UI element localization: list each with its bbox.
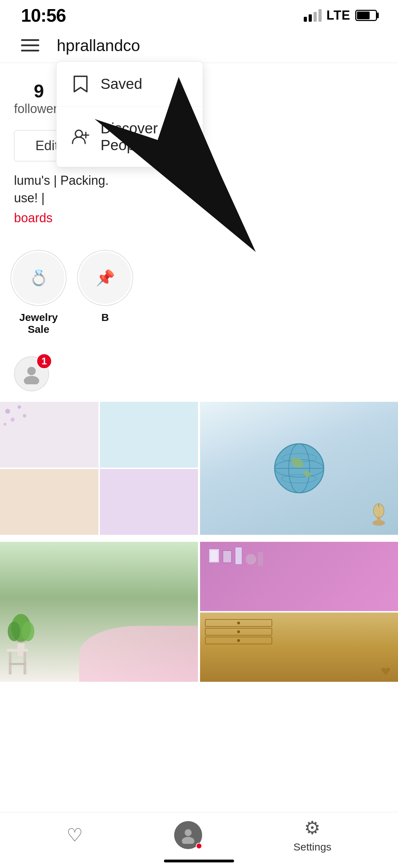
stories-row: 💍 Jewelry Sale 📌 B [0,236,398,349]
story-board2[interactable]: 📌 B [77,250,133,335]
svg-point-0 [75,130,82,137]
story-ring-board2: 📌 [77,250,133,306]
svg-rect-27 [223,551,232,563]
menu-item-saved-label: Saved [101,76,142,92]
menu-item-discover-people[interactable]: Discover People [56,107,203,167]
heart-icon: ♡ [67,825,83,846]
bio-line1: lumu's | Packing. [14,173,109,188]
header: hprallandco [0,28,398,63]
svg-rect-26 [211,551,218,561]
grid-cell-right-1[interactable] [200,402,398,535]
lamp-decoration [370,502,387,528]
notification-area: 1 [0,349,398,398]
story-ring-inner: 💍 [13,252,64,304]
shelf-cell [200,542,398,611]
network-type: LTE [327,8,350,23]
svg-rect-21 [7,649,28,652]
signal-bar-2 [309,14,312,22]
status-time: 10:56 [21,5,66,26]
hamburger-line-1 [21,39,39,41]
svg-rect-28 [235,547,242,565]
svg-rect-24 [9,663,26,665]
nav-settings[interactable]: ⚙ Settings [293,817,331,853]
dropdown-menu: Saved Discover People [56,61,203,167]
svg-point-19 [8,622,20,641]
svg-point-4 [27,367,36,375]
nav-home[interactable]: ♡ [67,825,83,846]
tulle-decoration [79,626,198,682]
story-ring-jewelry-sale: 💍 [11,250,67,306]
svg-point-37 [185,829,192,836]
svg-point-34 [237,630,240,633]
heart-detail [380,666,391,678]
grid-mini-purple [100,469,198,535]
nav-profile-icon [179,826,197,844]
followers-count: 9 [34,80,44,102]
grid-cell-right-2[interactable] [200,542,398,682]
home-indicator [164,860,234,862]
nav-settings-label: Settings [293,841,331,853]
battery-fill [357,12,370,19]
bookmark-icon [72,75,89,93]
status-bar: 10:56 LTE [0,0,398,28]
nav-profile[interactable] [174,821,202,849]
story-jewelry-sale[interactable]: 💍 Jewelry Sale [11,250,67,335]
signal-bar-4 [318,9,322,22]
grid-mini-peach [0,469,98,535]
menu-item-discover-people-label: Discover People [101,120,187,154]
notification-avatar[interactable]: 1 [14,356,49,391]
story-title-board2: B [101,312,109,323]
shelf-items [205,545,268,578]
board2-icon: 📌 [96,269,115,287]
boards-link[interactable]: boards [14,211,384,225]
svg-point-32 [237,622,240,624]
hamburger-line-3 [21,50,39,51]
signal-bar-1 [304,17,307,22]
add-person-icon [72,128,89,146]
grid-mini-blue [100,402,198,468]
hamburger-line-2 [21,44,39,46]
battery-icon [355,10,377,21]
signal-bar-3 [314,12,317,22]
grid-mini-dotted [0,402,98,468]
signal-bars-icon [304,9,322,22]
dresser-drawers [204,618,394,647]
stool-decoration [0,642,35,678]
dresser-cell [200,612,398,682]
menu-button[interactable] [18,36,43,55]
header-username: hprallandco [57,36,140,55]
bio-text: lumu's | Packing. use! | [14,172,384,207]
svg-point-20 [22,622,34,641]
jewelry-sale-icon: 💍 [29,269,48,287]
grid-cell-left-1[interactable] [0,402,198,535]
story-ring-inner-2: 📌 [79,252,131,304]
svg-point-29 [246,554,256,565]
svg-point-38 [182,837,194,844]
svg-rect-30 [258,552,263,566]
bio-line2: use! | [14,191,44,205]
grid-cell-left-2[interactable] [0,542,198,682]
svg-point-36 [237,639,240,642]
status-right: LTE [304,8,377,23]
nav-avatar-circle [174,821,202,849]
svg-point-5 [24,376,39,384]
image-grid-row2 [0,538,398,685]
menu-item-saved[interactable]: Saved [56,62,203,107]
globe-icon [271,440,327,496]
image-grid-row1 [0,398,398,538]
settings-icon: ⚙ [304,817,321,838]
notification-badge: 1 [36,354,52,369]
story-title-jewelry-sale: Jewelry Sale [11,312,67,335]
nav-avatar-dot [196,843,202,849]
